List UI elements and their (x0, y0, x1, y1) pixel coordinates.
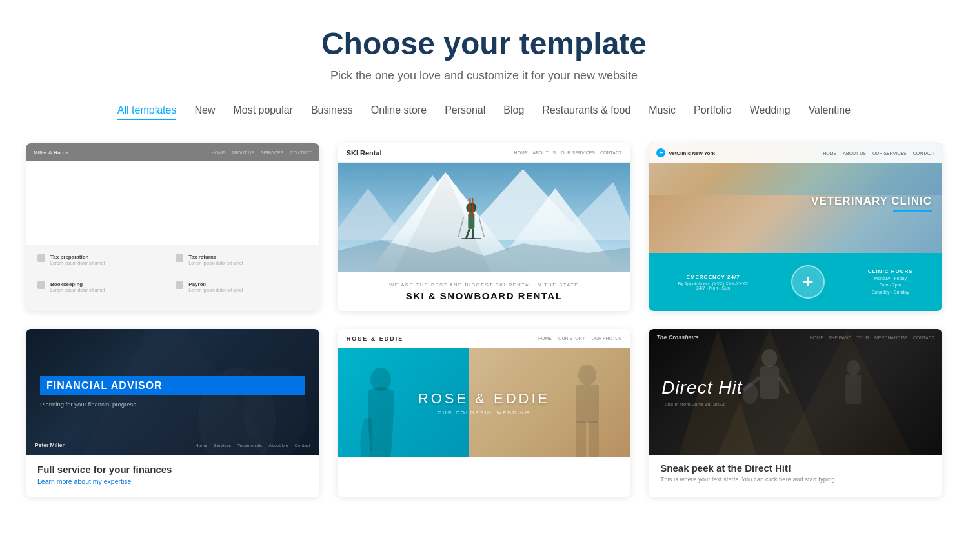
template-card-miller-harris[interactable]: Miller & Harris HOME ABOUT US SERVICES C… (26, 143, 319, 311)
miller-harris-topbar: Miller & Harris HOME ABOUT US SERVICES C… (26, 143, 319, 161)
direct-hit-title: Direct Hit (661, 377, 929, 398)
service-icon-bookkeeping (37, 281, 45, 289)
template-preview-ski-rental: SKI Rental HOME ABOUT US OUR SERVICES CO… (338, 143, 631, 311)
ski-mountain-scene (338, 163, 631, 272)
vet-hours-detail: Monday - Friday8am - 7pmSaturday - Sunda… (868, 275, 913, 296)
direct-hit-caption-title: Sneak peek at the Direct Hit! (660, 463, 931, 474)
svg-rect-24 (576, 385, 599, 423)
direct-hit-caption: Sneak peek at the Direct Hit! This is wh… (649, 455, 942, 497)
financial-advisor-sub: Planning for your financial progress (40, 401, 305, 408)
template-preview-financial-advisor: FINANCIAL ADVISOR Planning for your fina… (26, 329, 319, 497)
tab-wedding[interactable]: Wedding (750, 102, 791, 120)
financial-advisor-links: Home Services Testimonials About Me Cont… (196, 443, 310, 448)
svg-point-9 (466, 203, 476, 213)
miller-harris-name: Miller & Harris (130, 192, 216, 206)
svg-rect-26 (589, 421, 599, 457)
miller-harris-nav-links: HOME ABOUT US SERVICES CONTACT (211, 150, 311, 155)
tab-online-store[interactable]: Online store (371, 102, 427, 120)
woman-silhouette (352, 366, 410, 457)
vet-clinic-logo-icon: + (656, 148, 665, 157)
template-preview-rose-eddie: ROSE & EDDIE HOME OUR STORY OUR PHOTOS (338, 329, 631, 497)
vet-emergency-hours: 24/7 - Mon - Sun (678, 286, 749, 290)
rose-eddie-brand: ROSE & EDDIE (347, 335, 404, 342)
tab-new[interactable]: New (194, 102, 215, 120)
template-preview-vet-clinic: + VetClinic New York HOME ABOUT US OUR S… (649, 143, 942, 311)
svg-point-30 (762, 349, 778, 367)
tab-valentine[interactable]: Valentine (809, 102, 851, 120)
svg-rect-25 (576, 421, 586, 457)
vet-clinic-nav-links: HOME ABOUT US OUR SERVICES CONTACT (823, 151, 934, 155)
direct-hit-caption-sub: This is where your text starts. You can … (660, 475, 931, 483)
tab-blog[interactable]: Blog (503, 102, 524, 120)
template-card-vet-clinic[interactable]: + VetClinic New York HOME ABOUT US OUR S… (649, 143, 942, 311)
template-card-rose-eddie[interactable]: ROSE & EDDIE HOME OUR STORY OUR PHOTOS (338, 329, 631, 497)
rose-eddie-overlay: ROSE & EDDIE OUR COLORFUL WEDDING (418, 390, 550, 415)
service-icon-tax-returns (176, 254, 183, 262)
svg-rect-17 (469, 198, 470, 217)
vet-clinic-logo-text: VetClinic New York (669, 150, 715, 156)
tab-personal[interactable]: Personal (445, 102, 485, 120)
template-card-direct-hit[interactable]: The Crosshairs HOME THE BAND TOUR MERCHA… (649, 329, 942, 497)
svg-point-35 (847, 360, 860, 375)
financial-advisor-badge: FINANCIAL ADVISOR (40, 376, 305, 395)
vet-hours-title: CLINIC HOURS (868, 268, 913, 274)
financial-advisor-nav: Peter Miller Home Services Testimonials … (26, 442, 319, 448)
tab-business[interactable]: Business (311, 102, 353, 120)
financial-advisor-brand: Peter Miller (35, 442, 65, 448)
templates-grid: Miller & Harris HOME ABOUT US SERVICES C… (26, 143, 942, 497)
tab-most-popular[interactable]: Most popular (233, 102, 293, 120)
ski-rental-logo: SKI Rental (347, 149, 382, 157)
svg-point-23 (578, 365, 596, 385)
man-silhouette (558, 363, 616, 457)
template-card-ski-rental[interactable]: SKI Rental HOME ABOUT US OUR SERVICES CO… (338, 143, 631, 311)
ski-rental-title: SKI & SNOWBOARD RENTAL (406, 290, 563, 301)
service-item-bookkeeping: Bookkeeping Lorem ipsum dolor sit amet (37, 281, 169, 302)
template-preview-miller-harris: Miller & Harris HOME ABOUT US SERVICES C… (26, 143, 319, 311)
miller-harris-tagline: EXPERIENCED CHARTERED ACCOUNTANTS AND TA… (70, 210, 276, 215)
service-icon-tax-prep (37, 254, 45, 262)
rose-eddie-big-text: ROSE & EDDIE (418, 390, 550, 407)
financial-advisor-caption-sub: Learn more about my expertise (37, 477, 308, 485)
vet-clinic-info-bar: EMERGENCY 24/7 By Appointment: (XXX) XXX… (649, 253, 942, 311)
tab-music[interactable]: Music (649, 102, 676, 120)
miller-harris-services: Tax preparation Lorem ipsum dolor sit am… (26, 245, 319, 311)
financial-advisor-caption-title: Full service for your finances (37, 464, 308, 475)
tab-portfolio[interactable]: Portfolio (694, 102, 732, 120)
page-header: Choose your template Pick the one you lo… (26, 26, 942, 83)
vet-clinic-title-text: VETERINARY CLINIC (811, 195, 932, 208)
service-item-tax-returns: Tax returns Lorem ipsum dolor sit amet (176, 254, 307, 275)
vet-emergency-title: EMERGENCY 24/7 (678, 274, 749, 280)
vet-emergency-block: EMERGENCY 24/7 By Appointment: (XXX) XXX… (678, 274, 749, 290)
page-title: Choose your template (26, 26, 942, 61)
page-subtitle: Pick the one you love and customize it f… (26, 69, 942, 83)
tab-all-templates[interactable]: All templates (117, 102, 177, 120)
rose-eddie-caption (338, 457, 631, 497)
vet-plus-icon: + (791, 265, 825, 299)
miller-harris-hero: Miller & Harris EXPERIENCED CHARTERED AC… (26, 161, 319, 245)
rose-eddie-image: ROSE & EDDIE OUR COLORFUL WEDDING (338, 348, 631, 457)
rose-eddie-small-text: OUR COLORFUL WEDDING (418, 410, 550, 415)
direct-hit-date: Tune in from June 18, 2022 (661, 401, 929, 407)
service-icon-payroll (176, 281, 183, 289)
vet-clinic-hero: + VetClinic New York HOME ABOUT US OUR S… (649, 143, 942, 253)
rose-eddie-links: HOME OUR STORY OUR PHOTOS (538, 336, 621, 341)
ski-rental-nav: HOME ABOUT US OUR SERVICES CONTACT (514, 150, 622, 155)
tab-restaurants[interactable]: Restaurants & food (542, 102, 630, 120)
vet-clinic-title-underline (893, 210, 932, 212)
service-item-payroll: Payroll Lorem ipsum dolor sit amet (176, 281, 307, 302)
vet-clinic-title-overlay: VETERINARY CLINIC (811, 195, 932, 212)
svg-rect-10 (468, 213, 474, 229)
template-preview-direct-hit: The Crosshairs HOME THE BAND TOUR MERCHA… (649, 329, 942, 497)
rose-eddie-nav: ROSE & EDDIE HOME OUR STORY OUR PHOTOS (338, 329, 631, 348)
miller-harris-logo: Miller & Harris (34, 150, 68, 155)
ski-rental-caption: WE ARE THE BEST AND BIGGEST SKI RENTAL I… (338, 272, 631, 311)
template-card-financial-advisor[interactable]: FINANCIAL ADVISOR Planning for your fina… (26, 329, 319, 497)
direct-hit-hero: The Crosshairs HOME THE BAND TOUR MERCHA… (649, 329, 942, 455)
financial-advisor-hero: FINANCIAL ADVISOR Planning for your fina… (26, 329, 319, 455)
service-item-tax-prep: Tax preparation Lorem ipsum dolor sit am… (37, 254, 169, 275)
vet-clinic-brand: + VetClinic New York (656, 148, 715, 157)
svg-rect-18 (472, 198, 473, 217)
vet-clinic-nav: + VetClinic New York HOME ABOUT US OUR S… (649, 143, 942, 163)
vet-hours-block: CLINIC HOURS Monday - Friday8am - 7pmSat… (868, 268, 913, 296)
financial-advisor-caption: Full service for your finances Learn mor… (26, 455, 319, 497)
